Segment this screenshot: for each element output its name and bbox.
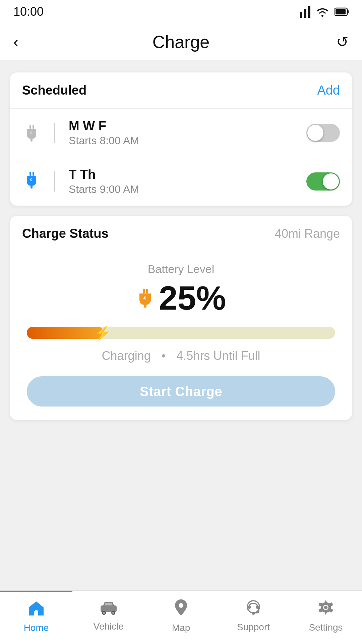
schedule-divider bbox=[54, 123, 55, 143]
nav-settings-label: Settings bbox=[309, 622, 343, 633]
schedule-time-mwf: Starts 8:00 AM bbox=[69, 135, 296, 147]
svg-rect-8 bbox=[33, 125, 34, 129]
nav-home[interactable]: Home bbox=[0, 591, 72, 644]
svg-point-21 bbox=[112, 612, 114, 614]
svg-marker-1 bbox=[304, 9, 306, 18]
schedule-item-mwf: M W F Starts 8:00 AM bbox=[10, 109, 352, 157]
svg-rect-16 bbox=[35, 610, 38, 615]
svg-point-30 bbox=[324, 606, 327, 609]
map-icon bbox=[174, 599, 188, 620]
progress-lightning-icon: ⚡ bbox=[95, 325, 111, 341]
signal-icon bbox=[300, 6, 310, 18]
svg-rect-6 bbox=[336, 9, 346, 14]
svg-point-27 bbox=[252, 612, 255, 615]
scheduled-card: Scheduled Add M W F Starts 8:00 AM bbox=[10, 72, 352, 206]
page-title: Charge bbox=[153, 32, 210, 52]
nav-vehicle[interactable]: Vehicle bbox=[72, 591, 145, 644]
nav-settings[interactable]: Settings bbox=[290, 591, 362, 644]
header: ‹ Charge ↺ bbox=[0, 23, 362, 60]
charge-status-card: Charge Status 40mi Range Battery Level 2… bbox=[10, 216, 352, 420]
svg-rect-7 bbox=[29, 125, 31, 129]
scheduled-title: Scheduled bbox=[22, 83, 86, 98]
schedule-days-mwf: M W F bbox=[69, 119, 296, 133]
settings-icon bbox=[317, 599, 334, 620]
main-content: Scheduled Add M W F Starts 8:00 AM bbox=[0, 60, 362, 432]
nav-support[interactable]: Support bbox=[217, 591, 290, 644]
svg-marker-0 bbox=[300, 12, 302, 18]
schedule-time-tth: Starts 9:00 AM bbox=[69, 183, 296, 196]
battery-plug-icon bbox=[136, 288, 154, 308]
svg-rect-25 bbox=[248, 605, 251, 609]
svg-rect-12 bbox=[31, 186, 33, 189]
battery-progress-bar: ⚡ bbox=[27, 327, 335, 339]
schedule-info-tth: T Th Starts 9:00 AM bbox=[69, 167, 296, 196]
charge-status-header: Charge Status 40mi Range bbox=[10, 216, 352, 249]
plug-icon-grey bbox=[22, 124, 41, 142]
svg-rect-5 bbox=[347, 10, 349, 13]
charging-hours: 4.5hrs Until Full bbox=[176, 349, 260, 363]
nav-vehicle-label: Vehicle bbox=[94, 621, 124, 632]
status-time: 10:00 bbox=[13, 5, 44, 19]
scheduled-card-header: Scheduled Add bbox=[10, 72, 352, 109]
start-charge-button[interactable]: Start Charge bbox=[27, 376, 335, 407]
svg-marker-2 bbox=[308, 6, 310, 18]
svg-rect-15 bbox=[144, 305, 146, 308]
back-button[interactable]: ‹ bbox=[13, 34, 34, 50]
wifi-icon bbox=[316, 6, 329, 17]
svg-point-3 bbox=[321, 15, 323, 17]
svg-rect-10 bbox=[29, 172, 31, 176]
charge-status-body: Battery Level 25% ⚡ bbox=[10, 249, 352, 420]
status-icons bbox=[300, 6, 349, 18]
schedule-days-tth: T Th bbox=[69, 167, 296, 182]
nav-support-label: Support bbox=[237, 622, 270, 633]
plug-icon-blue bbox=[22, 171, 41, 192]
svg-rect-11 bbox=[33, 172, 34, 176]
battery-progress-fill: ⚡ bbox=[27, 327, 104, 339]
battery-label: Battery Level bbox=[27, 263, 335, 276]
toggle-mwf[interactable] bbox=[306, 124, 340, 142]
svg-rect-9 bbox=[31, 139, 33, 142]
battery-percent-row: 25% bbox=[27, 281, 335, 315]
battery-icon bbox=[335, 7, 349, 16]
nav-map-label: Map bbox=[172, 623, 190, 633]
charge-status-title: Charge Status bbox=[22, 226, 109, 241]
svg-rect-13 bbox=[143, 289, 145, 293]
toggle-tth[interactable] bbox=[306, 172, 340, 191]
battery-percent-value: 25% bbox=[159, 281, 226, 315]
vehicle-icon bbox=[99, 600, 119, 619]
toggle-knob-mwf bbox=[307, 125, 323, 141]
charging-label: Charging bbox=[102, 349, 151, 363]
svg-point-19 bbox=[103, 612, 105, 614]
refresh-button[interactable]: ↺ bbox=[328, 33, 349, 50]
bottom-nav: Home Vehicle Map bbox=[0, 590, 362, 644]
schedule-item-tth: T Th Starts 9:00 AM bbox=[10, 157, 352, 206]
svg-rect-14 bbox=[146, 289, 148, 293]
schedule-divider-2 bbox=[54, 171, 55, 192]
home-icon bbox=[27, 600, 45, 620]
charge-status-info: Charging • 4.5hrs Until Full bbox=[27, 349, 335, 363]
nav-home-label: Home bbox=[24, 623, 49, 633]
svg-rect-22 bbox=[105, 603, 112, 605]
support-icon bbox=[245, 599, 262, 619]
toggle-knob-tth bbox=[323, 173, 339, 190]
charge-status-range: 40mi Range bbox=[275, 227, 340, 241]
add-schedule-button[interactable]: Add bbox=[317, 83, 340, 98]
schedule-info-mwf: M W F Starts 8:00 AM bbox=[69, 119, 296, 147]
svg-point-23 bbox=[179, 603, 183, 608]
charging-dot: • bbox=[162, 349, 166, 363]
nav-map[interactable]: Map bbox=[145, 591, 217, 644]
status-bar: 10:00 bbox=[0, 0, 362, 23]
